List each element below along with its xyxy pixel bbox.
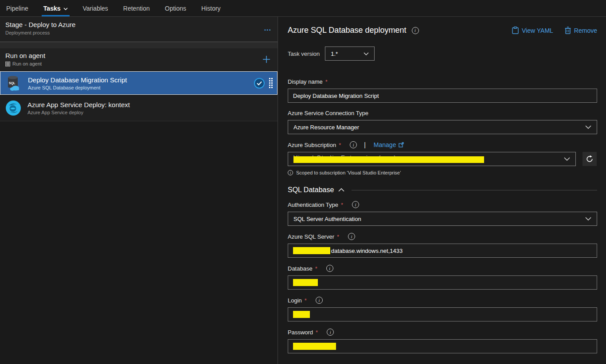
password-info-icon[interactable]: i — [327, 329, 334, 336]
login-info-icon[interactable]: i — [316, 297, 323, 304]
field-display-name: Display name * — [288, 78, 597, 103]
stage-title: Stage - Deploy to Azure — [5, 21, 75, 28]
task-version-select[interactable]: 1.* — [325, 46, 375, 61]
required-marker: * — [305, 297, 307, 304]
manage-label: Manage — [374, 141, 396, 148]
agent-icon — [5, 62, 10, 66]
redaction-bar — [293, 343, 336, 350]
nav-tab-variables-label: Variables — [83, 5, 108, 12]
task-title: Azure App Service Deploy: kontext — [27, 101, 273, 108]
nav-tab-history-label: History — [201, 5, 221, 12]
connection-type-select[interactable]: Azure Resource Manager — [288, 120, 597, 134]
pipeline-top-nav: Pipeline Tasks Variables Retention Optio… — [0, 0, 606, 17]
connection-type-value: Azure Resource Manager — [293, 124, 585, 131]
task-settings-panel: Azure SQL Database deployment i View YAM… — [278, 17, 606, 364]
chevron-down-icon — [585, 125, 591, 129]
login-label: Login — [288, 297, 302, 304]
sql-database-section-header[interactable]: SQL Database — [288, 186, 597, 194]
sql-server-input[interactable]: database.windows.net,1433 — [288, 244, 597, 258]
nav-tab-tasks-label: Tasks — [43, 5, 61, 12]
auth-type-label: Authentication Type — [288, 201, 338, 208]
manage-subscription-link[interactable]: Manage — [374, 141, 404, 148]
chevron-down-icon — [364, 52, 369, 55]
database-label: Database — [288, 265, 313, 272]
check-icon — [257, 81, 262, 85]
task-version-label: Task version — [288, 50, 320, 57]
required-marker: * — [316, 329, 318, 336]
nav-tab-retention-label: Retention — [123, 5, 150, 12]
chevron-down-icon — [585, 217, 591, 221]
label-separator: | — [364, 141, 366, 148]
nav-tab-tasks[interactable]: Tasks — [43, 0, 68, 16]
view-yaml-label: View YAML — [522, 27, 553, 34]
task-row-app-service-deploy[interactable]: Azure App Service Deploy: kontext Azure … — [0, 95, 278, 121]
task-subtitle: Azure SQL Database deployment — [28, 85, 254, 90]
tasks-list-panel: Stage - Deploy to Azure Deployment proce… — [0, 17, 278, 364]
field-password: Password * i — [288, 329, 597, 353]
view-yaml-button[interactable]: View YAML — [512, 27, 553, 34]
auth-type-info-icon[interactable]: i — [352, 201, 359, 208]
field-database: Database * i — [288, 265, 597, 290]
nav-tab-variables[interactable]: Variables — [83, 0, 108, 16]
nav-tab-options-label: Options — [165, 5, 186, 12]
trash-icon — [565, 27, 571, 34]
nav-tab-history[interactable]: History — [201, 0, 221, 16]
app-service-task-icon — [4, 99, 22, 117]
database-input[interactable] — [288, 275, 597, 290]
subscription-select[interactable]: Visual Studio Enterprise ( ... ) — [288, 152, 576, 166]
field-sql-server: Azure SQL Server * i database.windows.ne… — [288, 233, 597, 258]
database-info-icon[interactable]: i — [326, 265, 333, 272]
sql-server-info-icon[interactable]: i — [348, 233, 355, 240]
redaction-bar — [293, 279, 318, 286]
required-marker: * — [341, 201, 343, 208]
display-name-input[interactable] — [288, 89, 597, 103]
scoped-note-row: i Scoped to subscription ‘Visual Studio … — [288, 170, 597, 175]
section-divider — [352, 190, 597, 190]
task-enabled-checkmark[interactable] — [254, 78, 265, 89]
stage-more-button[interactable]: ... — [264, 24, 271, 32]
task-info-icon[interactable]: i — [412, 27, 419, 34]
display-name-label: Display name — [288, 78, 323, 85]
agent-phase-row[interactable]: Run on agent Run on agent — [0, 48, 278, 71]
login-input[interactable] — [288, 307, 597, 321]
nav-tab-pipeline[interactable]: Pipeline — [6, 0, 28, 16]
stage-subtitle: Deployment process — [5, 30, 75, 35]
task-panel-title: Azure SQL Database deployment — [288, 26, 407, 35]
agent-phase-subtitle-row: Run on agent — [5, 61, 45, 66]
clipboard-icon — [512, 27, 519, 34]
stage-header: Stage - Deploy to Azure Deployment proce… — [0, 17, 278, 42]
task-title: Deploy Database Migration Script — [28, 76, 254, 84]
sql-server-visible-value: database.windows.net,1433 — [331, 248, 403, 254]
info-icon: i — [288, 170, 293, 175]
subscription-redacted-value: Visual Studio Enterprise ( ... ) — [293, 154, 484, 163]
subscription-info-icon[interactable]: i — [350, 141, 357, 148]
add-task-button[interactable] — [262, 54, 271, 71]
nav-tab-options[interactable]: Options — [165, 0, 186, 16]
task-subtitle: Azure App Service deploy — [27, 110, 273, 115]
auth-type-select[interactable]: SQL Server Authentication — [288, 212, 597, 226]
auth-type-value: SQL Server Authentication — [293, 216, 585, 222]
refresh-subscriptions-button[interactable] — [583, 152, 597, 166]
password-input[interactable] — [288, 339, 597, 353]
task-row-sql-deployment[interactable]: SQL Deploy Database Migration Script Azu… — [0, 71, 278, 95]
field-login: Login * i — [288, 297, 597, 321]
nav-tab-retention[interactable]: Retention — [123, 0, 150, 16]
redaction-bar — [293, 156, 484, 163]
chevron-down-icon — [564, 157, 570, 161]
required-marker: * — [339, 142, 341, 148]
redaction-bar — [293, 311, 310, 318]
remove-task-button[interactable]: Remove — [565, 27, 597, 34]
plus-icon — [262, 54, 271, 64]
required-marker: * — [337, 233, 339, 240]
connection-type-label: Azure Service Connection Type — [288, 110, 368, 116]
list-divider — [0, 42, 278, 48]
field-subscription: Azure Subscription * i | Manage — [288, 141, 597, 175]
agent-phase-title: Run on agent — [5, 52, 45, 59]
agent-phase-subtitle: Run on agent — [12, 61, 42, 66]
subscription-label: Azure Subscription — [288, 142, 336, 148]
refresh-icon — [586, 155, 594, 163]
drag-handle[interactable] — [269, 78, 273, 88]
field-auth-type: Authentication Type * i SQL Server Authe… — [288, 201, 597, 226]
task-version-value: 1.* — [331, 50, 364, 57]
redaction-bar — [293, 247, 330, 254]
